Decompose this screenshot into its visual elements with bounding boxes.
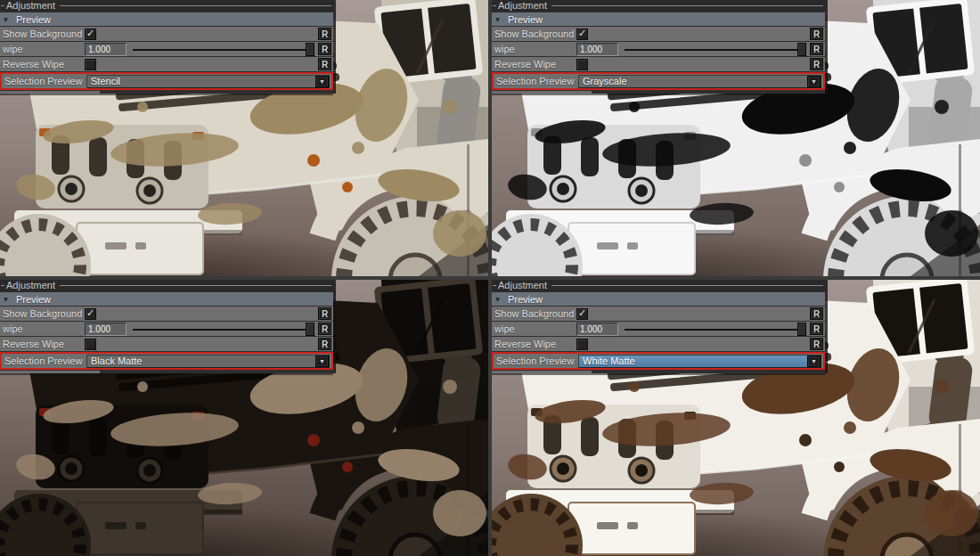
wipe-slider[interactable] [623, 43, 806, 56]
header-rule-right [551, 285, 823, 286]
dropdown-arrow-button[interactable]: ▼ [807, 76, 821, 87]
show-background-checkbox[interactable]: ✓ [85, 29, 96, 40]
selection-preview-dropdown[interactable]: Stencil ▼ [86, 75, 330, 88]
selection-preview-label: Selection Preview [4, 356, 86, 366]
chevron-down-icon: ▼ [811, 78, 817, 85]
selection-preview-label: Selection Preview [496, 356, 578, 366]
reverse-wipe-checkbox[interactable]: ✓ [576, 59, 588, 70]
show-background-checkbox[interactable]: ✓ [576, 308, 588, 320]
wipe-slider[interactable] [131, 43, 314, 56]
row-wipe: wipe 1.000 R [492, 322, 825, 336]
reverse-wipe-label: Reverse Wipe [3, 59, 85, 70]
wipe-input[interactable]: 1.000 [576, 43, 618, 56]
row-wipe: wipe 1.000 R [492, 42, 825, 56]
panel-title: Adjustment [496, 280, 550, 291]
selection-preview-dropdown[interactable]: Grayscale ▼ [578, 75, 821, 88]
slider-track [625, 49, 804, 51]
dropdown-value: Black Matte [87, 356, 315, 366]
reset-reverse-wipe-button[interactable]: R [810, 58, 823, 70]
row-selection-preview: Selection Preview Stencil ▼ [2, 74, 331, 88]
show-background-checkbox[interactable]: ✓ [576, 29, 588, 40]
reset-show-background-button[interactable]: R [318, 307, 331, 320]
dropdown-arrow-button[interactable]: ▼ [315, 76, 329, 87]
adjustment-panel: Adjustment ▼ Preview Show Background ✓ R… [492, 280, 825, 373]
reset-show-background-button[interactable]: R [318, 28, 331, 40]
panel-header: Adjustment [492, 280, 825, 291]
adjustment-panel: Adjustment ▼ Preview Show Background ✓ R… [0, 0, 333, 94]
reverse-wipe-checkbox[interactable]: ✓ [85, 59, 96, 70]
selection-preview-dropdown[interactable]: Black Matte ▼ [86, 355, 330, 368]
row-selection-preview: Selection Preview Black Matte ▼ [2, 354, 331, 368]
show-background-label: Show Background [3, 29, 85, 39]
row-selection-preview: Selection Preview White Matte ▼ [494, 354, 823, 368]
reset-show-background-button[interactable]: R [810, 307, 823, 320]
dropdown-value: White Matte [579, 356, 807, 366]
row-show-background: Show Background ✓ R [492, 307, 825, 321]
row-reverse-wipe: Reverse Wipe ✓ R [0, 337, 333, 351]
wipe-input[interactable]: 1.000 [85, 43, 127, 56]
row-show-background: Show Background ✓ R [492, 27, 825, 41]
reset-wipe-button[interactable]: R [810, 43, 823, 55]
section-header-preview[interactable]: ▼ Preview [0, 12, 333, 26]
wipe-slider-handle[interactable] [306, 323, 314, 336]
panel-header: Adjustment [0, 280, 333, 291]
row-selection-preview: Selection Preview Grayscale ▼ [494, 74, 823, 88]
section-header-preview[interactable]: ▼ Preview [492, 12, 825, 26]
triangle-down-icon: ▼ [3, 296, 9, 302]
wipe-slider-handle[interactable] [797, 43, 806, 56]
quadrant-bottom-left: Adjustment ▼ Preview Show Background ✓ R… [0, 280, 488, 556]
selection-preview-dropdown[interactable]: White Matte ▼ [578, 355, 821, 368]
header-rule-right [60, 285, 331, 286]
slider-track [133, 49, 313, 51]
adjustment-panel: Adjustment ▼ Preview Show Background ✓ R… [0, 280, 333, 373]
reverse-wipe-checkbox[interactable]: ✓ [85, 339, 96, 350]
row-reverse-wipe: Reverse Wipe ✓ R [492, 337, 825, 351]
check-icon: ✓ [578, 29, 586, 38]
slider-track [625, 329, 804, 331]
wipe-slider[interactable] [623, 323, 806, 336]
reset-reverse-wipe-button[interactable]: R [810, 338, 823, 350]
row-reverse-wipe: Reverse Wipe ✓ R [0, 57, 333, 71]
triangle-down-icon: ▼ [494, 16, 501, 22]
show-background-label: Show Background [3, 308, 85, 319]
chevron-down-icon: ▼ [811, 358, 817, 364]
section-header-preview[interactable]: ▼ Preview [492, 292, 825, 306]
panel-clipped-row [492, 91, 592, 94]
reverse-wipe-label: Reverse Wipe [494, 339, 576, 349]
reset-reverse-wipe-button[interactable]: R [318, 338, 331, 350]
header-rule-right [551, 5, 823, 6]
dropdown-value: Stencil [87, 76, 315, 86]
highlight-outline: Selection Preview White Matte ▼ [492, 352, 825, 370]
preview-comparison-grid: Adjustment ▼ Preview Show Background ✓ R… [0, 0, 980, 556]
reset-reverse-wipe-button[interactable]: R [318, 58, 331, 70]
wipe-slider-handle[interactable] [797, 323, 806, 336]
wipe-slider-handle[interactable] [306, 43, 314, 56]
panel-clipped-row [0, 371, 100, 373]
reset-wipe-button[interactable]: R [318, 323, 331, 335]
panel-clipped-row [492, 371, 592, 373]
wipe-slider[interactable] [131, 323, 314, 336]
panel-clipped-row [0, 91, 100, 94]
reverse-wipe-checkbox[interactable]: ✓ [576, 339, 588, 350]
check-icon: ✓ [86, 308, 94, 318]
wipe-label: wipe [494, 323, 576, 334]
row-show-background: Show Background ✓ R [0, 27, 333, 41]
row-wipe: wipe 1.000 R [0, 42, 333, 56]
reset-wipe-button[interactable]: R [810, 323, 823, 335]
reset-show-background-button[interactable]: R [810, 28, 823, 40]
panel-header: Adjustment [492, 0, 825, 12]
wipe-input[interactable]: 1.000 [576, 323, 618, 336]
selection-preview-label: Selection Preview [4, 76, 86, 86]
section-header-preview[interactable]: ▼ Preview [0, 292, 333, 306]
panel-title: Adjustment [4, 0, 58, 12]
reset-wipe-button[interactable]: R [318, 43, 331, 55]
wipe-input[interactable]: 1.000 [85, 323, 127, 336]
quadrant-top-right: Adjustment ▼ Preview Show Background ✓ R… [492, 0, 980, 276]
panel-header: Adjustment [0, 0, 333, 12]
wipe-label: wipe [3, 44, 85, 54]
show-background-checkbox[interactable]: ✓ [85, 308, 96, 320]
show-background-label: Show Background [494, 308, 576, 319]
dropdown-arrow-button[interactable]: ▼ [315, 356, 329, 367]
row-reverse-wipe: Reverse Wipe ✓ R [492, 57, 825, 71]
dropdown-arrow-button[interactable]: ▼ [807, 356, 821, 367]
